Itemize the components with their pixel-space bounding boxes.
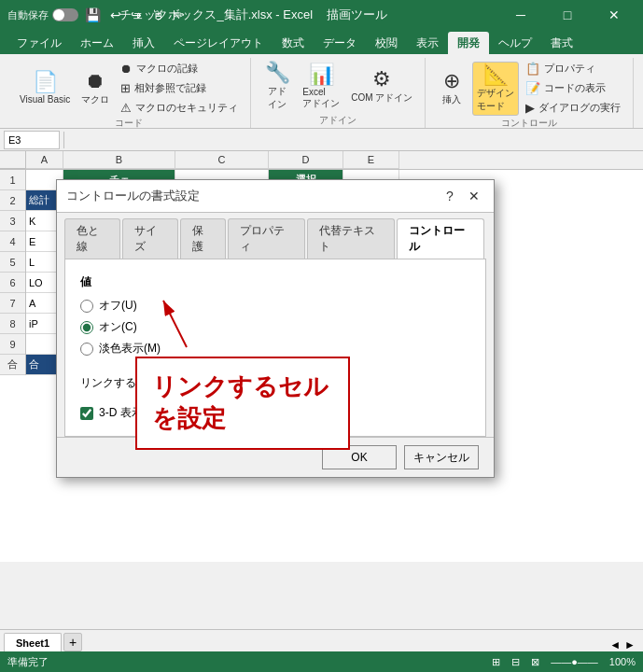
dialog-title-bar: コントロールの書式設定 ? ✕ — [57, 180, 494, 213]
title-bar: 自動保存 💾 ↩ ↪ 🖱 ✏ チェックボックス_集計.xlsx - Excel … — [0, 0, 643, 30]
radio-mixed[interactable] — [80, 343, 93, 356]
autosave-toggle-area: 自動保存 — [7, 8, 78, 22]
col-header-b: B — [63, 151, 175, 169]
excel-window: 自動保存 💾 ↩ ↪ 🖱 ✏ チェックボックス_集計.xlsx - Excel … — [0, 0, 643, 672]
col-header-d: D — [269, 151, 343, 169]
addin-icon: 🔧 — [265, 63, 290, 83]
column-headers: A B C D E — [0, 151, 643, 170]
tab-developer[interactable]: 開発 — [448, 32, 489, 54]
ribbon: 📄 Visual Basic ⏺ マクロ ⏺ マクロの記録 ⊞ 相対参照で記録 — [0, 54, 643, 129]
scroll-right-sheets[interactable]: ► — [624, 638, 636, 651]
tab-help[interactable]: ヘルプ — [489, 32, 541, 54]
visual-basic-button[interactable]: 📄 Visual Basic — [15, 69, 75, 107]
sheet-tabs-bar: Sheet1 + ◄ ► — [0, 629, 643, 651]
controls-items: ⊕ 挿入 📐 デザインモード 📋 プロパティ 📝 コードの表示 — [433, 60, 625, 117]
tab-home[interactable]: ホーム — [71, 32, 123, 54]
row-num-2: 2 — [0, 190, 25, 211]
tab-color-line[interactable]: 色と線 — [64, 218, 120, 259]
macro-security-button[interactable]: ⚠ マクロのセキュリティ — [116, 99, 243, 117]
excel-addin-button[interactable]: 📊 Excelアドイン — [298, 62, 344, 113]
tab-properties[interactable]: プロパティ — [228, 218, 305, 259]
insert-label: 挿入 — [442, 93, 461, 106]
pen-icon[interactable]: ✏ — [171, 6, 188, 24]
autosave-toggle[interactable] — [52, 8, 78, 21]
insert-icon: ⊕ — [443, 71, 460, 91]
value-section-label: 値 — [80, 274, 470, 290]
macro-label: マクロ — [81, 93, 109, 106]
addin-button[interactable]: 🔧 アドイン — [259, 60, 296, 114]
dialog-help-button[interactable]: ? — [440, 186, 460, 206]
row-num-9: 9 — [0, 334, 25, 355]
addin-group-label: アドイン — [319, 114, 356, 129]
properties-icon: 📋 — [525, 62, 540, 76]
design-label: デザインモード — [477, 87, 514, 113]
record-icon: ⏺ — [120, 62, 133, 76]
radio-off-label: オフ(U) — [99, 298, 137, 314]
tab-view[interactable]: 表示 — [407, 32, 448, 54]
row-num-6: 6 — [0, 273, 25, 293]
quick-access-toolbar: 自動保存 💾 ↩ ↪ 🖱 ✏ — [7, 6, 188, 24]
tab-file[interactable]: ファイル — [7, 32, 71, 54]
dialog-icon: ▶ — [525, 101, 535, 115]
undo-icon[interactable]: ↩ — [107, 6, 124, 24]
com-addin-icon: ⚙ — [372, 69, 391, 90]
row-num-1: 1 — [0, 170, 25, 190]
checkbox-3d[interactable] — [80, 407, 93, 420]
window-controls: ─ □ ✕ — [499, 2, 636, 28]
tab-protection[interactable]: 保護 — [180, 218, 226, 259]
com-addin-button[interactable]: ⚙ COM アドイン — [346, 66, 417, 107]
tab-review[interactable]: 校閲 — [366, 32, 407, 54]
row-num-8: 8 — [0, 314, 25, 334]
view-code-button[interactable]: 📝 コードの表示 — [521, 79, 625, 97]
design-icon: 📐 — [483, 64, 509, 85]
view-layout-icon[interactable]: ⊟ — [511, 656, 520, 668]
add-sheet-button[interactable]: + — [63, 633, 82, 651]
save-icon[interactable]: 💾 — [82, 6, 104, 24]
redo-icon[interactable]: ↪ — [128, 6, 145, 24]
name-box[interactable]: E3 — [4, 131, 60, 149]
record-macro-button[interactable]: ⏺ マクロの記録 — [116, 60, 243, 77]
run-dialog-button[interactable]: ▶ ダイアログの実行 — [521, 99, 625, 117]
annotation-text: リンクするセルを設定 — [152, 371, 333, 435]
view-normal-icon[interactable]: ⊞ — [492, 656, 500, 668]
scroll-left-sheets[interactable]: ◄ — [609, 638, 621, 651]
view-page-icon[interactable]: ⊠ — [531, 656, 539, 668]
tab-data[interactable]: データ — [314, 32, 366, 54]
col-header-a: A — [26, 151, 63, 169]
design-mode-button[interactable]: 📐 デザインモード — [472, 62, 519, 116]
macro-button[interactable]: ⏺ マクロ — [77, 68, 114, 109]
maximize-button[interactable]: □ — [546, 2, 589, 28]
tab-formula[interactable]: 数式 — [273, 32, 314, 54]
cancel-button[interactable]: キャンセル — [404, 445, 479, 469]
minimize-button[interactable]: ─ — [499, 2, 542, 28]
tab-control[interactable]: コントロール — [397, 218, 484, 259]
tab-format[interactable]: 書式 — [541, 32, 582, 54]
dialog-close-button[interactable]: ✕ — [464, 186, 484, 206]
radio-on-label: オン(C) — [99, 319, 137, 335]
sheet-tab-sheet1[interactable]: Sheet1 — [4, 633, 62, 651]
close-button[interactable]: ✕ — [593, 2, 636, 28]
relative-ref-button[interactable]: ⊞ 相対参照で記録 — [116, 79, 243, 97]
row-headers: 1 2 3 4 5 6 7 8 9 合 — [0, 170, 26, 375]
tab-insert[interactable]: 挿入 — [123, 32, 164, 54]
macro-options-group: ⏺ マクロの記録 ⊞ 相対参照で記録 ⚠ マクロのセキュリティ — [116, 60, 243, 117]
tab-alt-text[interactable]: 代替テキスト — [307, 218, 395, 259]
ribbon-group-controls: ⊕ 挿入 📐 デザインモード 📋 プロパティ 📝 コードの表示 — [426, 58, 634, 128]
insert-control-button[interactable]: ⊕ 挿入 — [433, 68, 470, 109]
tab-page-layout[interactable]: ページレイアウト — [164, 32, 273, 54]
radio-on[interactable] — [80, 321, 93, 334]
tab-size[interactable]: サイズ — [122, 218, 178, 259]
status-bar: 準備完了 ⊞ ⊟ ⊠ ——●—— 100% — [0, 651, 643, 672]
addin-label: アドイン — [268, 85, 287, 111]
zoom-slider[interactable]: ——●—— — [551, 656, 598, 667]
radio-mixed-label: 淡色表示(M) — [99, 341, 161, 357]
zoom-level: 100% — [609, 656, 636, 667]
radio-on-item[interactable]: オン(C) — [80, 319, 470, 335]
radio-off-item[interactable]: オフ(U) — [80, 298, 470, 314]
dialog-tabs: 色と線 サイズ 保護 プロパティ 代替テキスト コントロール — [57, 213, 494, 259]
mouse-icon[interactable]: 🖱 — [148, 6, 167, 24]
excel-addin-icon: 📊 — [309, 64, 334, 85]
radio-mixed-item[interactable]: 淡色表示(M) — [80, 341, 470, 357]
properties-button[interactable]: 📋 プロパティ — [521, 60, 625, 77]
radio-off[interactable] — [80, 300, 93, 313]
